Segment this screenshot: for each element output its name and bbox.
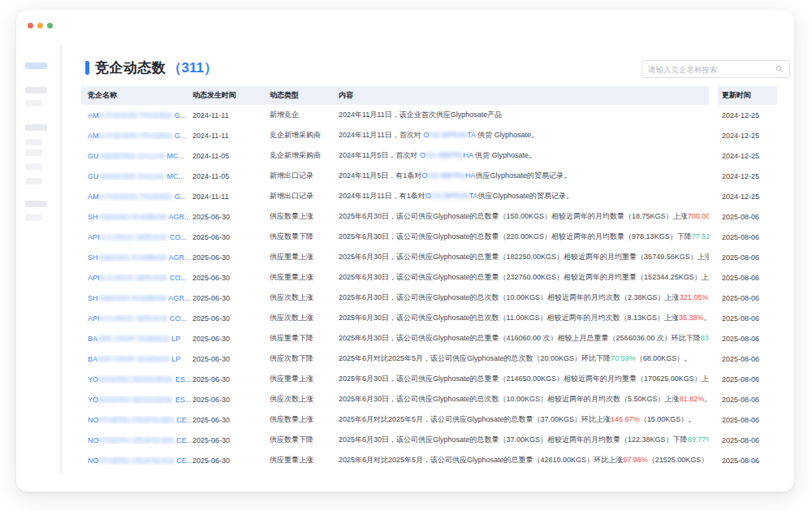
event-time: 2025-06-30 [192,253,270,262]
content-text: 供货 Glyphosate。 [473,151,536,159]
event-content: 2025年6月对比2025年5月，该公司供应Glyphosate的总数量（37.… [339,414,709,425]
event-type: 供应数量上涨 [270,414,339,425]
company-name-blurred: ANDONG RAINBOW [98,294,167,302]
content-link[interactable]: TA [467,131,475,139]
content-text: 2025年6月30日，该公司供应Glyphosate的总重量（214650.00… [339,375,709,383]
maximize-window-button[interactable] [47,23,53,28]
table-row: NORTHERN CROPSCIEN CE...2025-06-30供应数量下降… [81,430,777,450]
sidebar-item[interactable] [25,201,47,207]
company-name-link[interactable]: NORTHERN CROPSCIEN CE... [88,457,192,465]
event-type: 供应数量下降 [270,232,339,242]
company-name-link[interactable]: APIN CARGO SERVICE CO... [88,233,187,241]
window-controls [28,23,53,28]
sidebar-item-active[interactable] [25,63,47,69]
event-type: 供应重量上涨 [270,252,339,262]
event-type: 供应次数上涨 [270,394,339,405]
company-name-link[interactable]: GUANGDONG DALIAN MC... [88,152,184,160]
search-icon[interactable] [775,65,784,73]
event-content: 2025年6月30日，该公司供应Glyphosate的总数量（37.00KGS）… [339,435,709,445]
search-input[interactable] [648,65,775,74]
percent-up: 321.05% [680,293,709,301]
company-name-link[interactable]: SHANDONG RAINBOW AGR... [88,294,191,302]
content-link[interactable]: O [425,192,431,200]
event-type: 供应重量上涨 [270,374,339,384]
company-name-link[interactable]: APIN CARGO SERVICE CO... [88,274,187,282]
table-row: APIN CARGO SERVICE CO...2025-06-30供应次数上涨… [81,308,777,328]
content-text: 2025年6月对比2025年5月，该公司供应Glyphosate的总重量（426… [339,456,623,464]
company-name-link[interactable]: SHANDONG RAINBOW AGR... [88,253,191,262]
sidebar-item[interactable] [25,178,42,184]
percent-up: 35.38% [679,314,704,322]
company-name-link[interactable]: BAYER CROP SCIENCE LP [88,335,180,343]
company-name-blurred: ANGDONG DALIAN [99,172,166,180]
table-row: SHANDONG RAINBOW AGR...2025-06-30供应次数上涨2… [81,288,777,308]
column-header-event-time: 动态发生时间 [192,90,270,101]
table-row: GUANGDONG DALIAN MC...2024-11-05竞企新增采购商2… [81,145,777,166]
content-link[interactable]: HA [465,171,476,180]
event-time: 2025-06-30 [192,213,270,221]
content-blurred-link[interactable]: CG BBPRS [427,171,465,180]
company-name-link[interactable]: SHANDONG RAINBOW AGR... [88,213,191,221]
update-time: 2025-08-06 [718,253,777,262]
company-name-link[interactable]: GUANGDONG DALIAN MC... [88,172,184,180]
content-text: （21525.00KGS）。 [648,456,709,464]
company-name-link[interactable]: AMB FASHION TRADING G... [88,111,186,119]
sidebar-item[interactable] [25,100,42,106]
company-name-link[interactable]: APIN CARGO SERVICE CO... [88,314,187,323]
company-name-link[interactable]: BAYER CROP SCIENCE LP [88,355,180,363]
table-row: BAYER CROP SCIENCE LP2025-06-30供应次数下降202… [81,349,777,369]
content-link[interactable]: O [420,151,425,159]
table-row: BAYER CROP SCIENCE LP2025-06-30供应重量下降202… [81,328,777,349]
event-content: 2025年6月对比2025年5月，该公司供应Glyphosate的总次数（20.… [339,353,709,364]
event-type: 新增竞企 [270,110,339,120]
percent-up: 81.82% [680,395,705,403]
company-name-blurred: RTHERN CROPSCIEN [99,457,175,465]
company-name-link[interactable]: AMB FASHION TRADING G... [88,132,186,140]
event-time: 2024-11-05 [192,152,270,160]
update-time: 2025-08-06 [718,213,777,221]
sidebar-item[interactable] [25,149,42,156]
event-type: 供应数量下降 [270,435,339,445]
content-text: 供应Glyphosate的贸易记录。 [478,192,574,200]
company-name-link[interactable]: AMB FASHION TRADING G... [88,193,186,201]
event-time: 2025-06-30 [192,396,270,404]
company-name-blurred: RTHERN CROPSCIEN [99,436,175,444]
content-blurred-link[interactable]: CG BBPRS [425,151,464,159]
company-name-blurred: YER CROP SCIENCE [97,355,169,363]
content-text: 2024年11月5日，有1条对 [339,171,421,180]
minimize-window-button[interactable] [37,23,43,28]
update-time: 2025-08-06 [718,436,777,444]
company-name-link[interactable]: YONGNONG BIOSCIENC ES... [88,396,192,404]
column-header-company: 竞企名称 [81,90,192,101]
event-time: 2025-06-30 [192,274,270,282]
content-text: 2025年6月30日，该公司供应Glyphosate的总次数（10.00KGS）… [339,293,680,301]
company-name-link[interactable]: YONGNONG BIOSCIENC ES... [88,375,192,383]
sidebar-item[interactable] [25,163,42,170]
content-blurred-link[interactable]: CG BPRSN [431,192,469,200]
percent-down: 83.79% [701,334,709,342]
event-content: 2025年6月30日，该公司供应Glyphosate的总重量（214650.00… [339,374,709,384]
content-text: 2025年6月30日，该公司供应Glyphosate的总重量（182250.00… [339,253,709,261]
sidebar-item[interactable] [25,124,47,131]
sidebar-item[interactable] [25,139,42,145]
content-link[interactable]: HA [463,151,473,159]
sidebar-item[interactable] [25,214,42,221]
content-text: 2025年6月对比2025年5月，该公司供应Glyphosate的总次数（20.… [339,354,611,362]
sidebar-item[interactable] [25,87,47,93]
company-name-link[interactable]: NORTHERN CROPSCIEN CE... [88,436,192,444]
close-window-button[interactable] [28,23,33,28]
company-name-blurred: N CARGO SERVICE [100,274,168,282]
event-content: 2024年11月5日，首次对 OCG BBPRSHA 供货 Glyphosate… [339,150,709,161]
content-text: 。 [703,314,709,322]
event-content: 2025年6月30日，该公司供应Glyphosate的总数量（150.00KGS… [339,211,709,222]
content-link[interactable]: TA [469,192,478,200]
update-time: 2025-08-06 [718,314,777,323]
company-name-link[interactable]: NORTHERN CROPSCIEN CE... [88,416,192,424]
table-row: SHANDONG RAINBOW AGR...2025-06-30供应数量上涨2… [81,206,777,227]
company-name-blurred: RTHERN CROPSCIEN [99,416,175,424]
table-row: NORTHERN CROPSCIEN CE...2025-06-30供应重量上涨… [81,450,777,470]
content-blurred-link[interactable]: CG BPRSN [429,131,467,139]
content-text: 2024年11月11日，该企业首次供应Glyphosate产品 [339,110,502,119]
event-content: 2024年11月11日，有1条对OCG BPRSNTA供应Glyphosate的… [339,191,709,201]
content-text: 2025年6月30日，该公司供应Glyphosate的总次数（10.00KGS）… [339,395,680,403]
